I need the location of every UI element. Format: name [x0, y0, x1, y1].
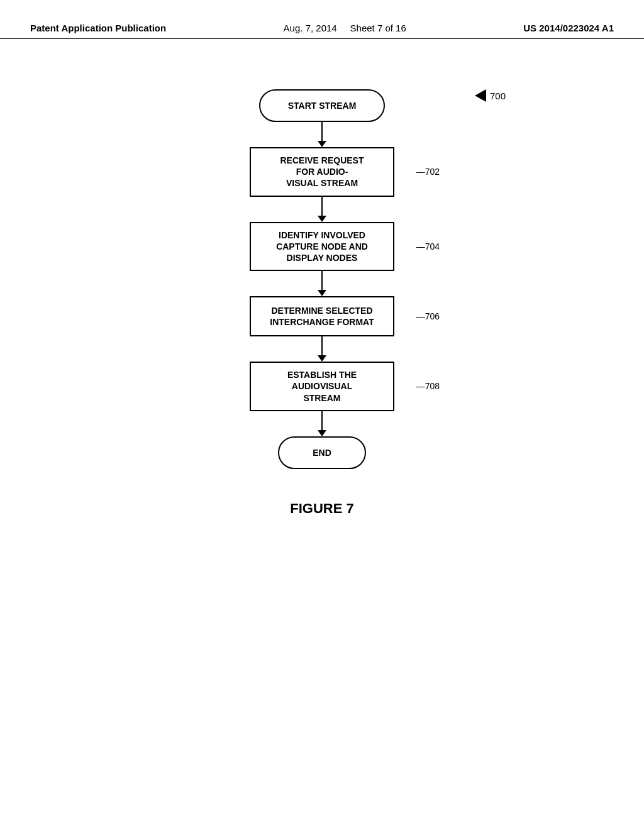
- node-702: RECEIVE REQUESTFOR AUDIO-VISUAL STREAM: [250, 147, 394, 197]
- sheet-info: Sheet 7 of 16: [350, 23, 406, 33]
- node-706: DETERMINE SELECTEDINTERCHANGE FORMAT: [250, 296, 394, 336]
- ref-702: —702: [416, 167, 440, 177]
- publication-label: Patent Application Publication: [30, 23, 166, 33]
- end-node: END: [278, 436, 366, 469]
- node-708-label: ESTABLISH THEAUDIOVISUALSTREAM: [287, 369, 357, 404]
- ref-704: —704: [416, 241, 440, 252]
- page-header: Patent Application Publication Aug. 7, 2…: [0, 0, 644, 39]
- start-node: START STREAM: [259, 89, 385, 122]
- arrow-1: [318, 122, 326, 147]
- end-label: END: [313, 448, 331, 458]
- publication-date-sheet: Aug. 7, 2014 Sheet 7 of 16: [284, 23, 406, 33]
- arrow-4: [318, 336, 326, 362]
- diagram-id: 700: [490, 91, 506, 101]
- ref-706: —706: [416, 311, 440, 321]
- node-704-label: IDENTIFY INVOLVEDCAPTURE NODE ANDDISPLAY…: [276, 230, 368, 264]
- publication-date: Aug. 7, 2014: [284, 23, 337, 33]
- diagram-arrow-icon: [475, 89, 486, 102]
- node-706-label: DETERMINE SELECTEDINTERCHANGE FORMAT: [270, 305, 374, 328]
- flowchart: START STREAM RECEIVE REQUESTFOR AUDIO-VI…: [250, 89, 394, 517]
- ref-708: —708: [416, 381, 440, 391]
- diagram-id-label: 700: [475, 89, 506, 102]
- figure-caption: FIGURE 7: [290, 501, 353, 517]
- arrow-2: [318, 197, 326, 222]
- arrow-3: [318, 271, 326, 296]
- node-708: ESTABLISH THEAUDIOVISUALSTREAM: [250, 362, 394, 411]
- start-label: START STREAM: [288, 101, 357, 111]
- patent-number: US 2014/0223024 A1: [523, 23, 614, 33]
- arrow-5: [318, 411, 326, 436]
- node-704: IDENTIFY INVOLVEDCAPTURE NODE ANDDISPLAY…: [250, 222, 394, 272]
- node-702-label: RECEIVE REQUESTFOR AUDIO-VISUAL STREAM: [280, 155, 364, 189]
